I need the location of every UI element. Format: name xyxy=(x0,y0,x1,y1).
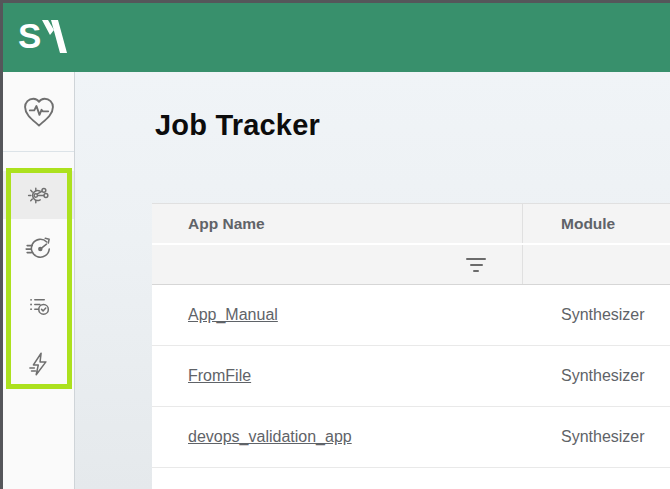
jobs-table: App Name Module App_Manual Synthesizer xyxy=(152,203,670,489)
app-link[interactable]: devops_validation_app xyxy=(188,428,352,446)
logo-letter: S xyxy=(18,18,40,54)
app-link[interactable]: App_Manual xyxy=(188,306,278,324)
column-header-app-name[interactable]: App Name xyxy=(152,204,523,243)
sidebar-item-performance[interactable] xyxy=(3,221,74,275)
sidebar-item-job-tracker[interactable] xyxy=(3,279,74,333)
heart-pulse-icon xyxy=(20,93,58,131)
table-row: devops_validation_app Synthesizer xyxy=(152,407,670,468)
table-row: FromFile Synthesizer xyxy=(152,346,670,407)
logo-slash-mark-icon xyxy=(42,20,67,57)
table-row: App_Manual Synthesizer xyxy=(152,285,670,346)
main-content: Job Tracker App Name Module App_Manual xyxy=(75,72,670,489)
app-header: S xyxy=(3,3,670,72)
table-filter-row xyxy=(152,245,670,285)
sidebar-item-health[interactable] xyxy=(3,72,74,152)
table-header-row: App Name Module xyxy=(152,204,670,245)
page-title: Job Tracker xyxy=(155,108,320,142)
app-window: S xyxy=(0,0,670,489)
app-name-filter-cell[interactable] xyxy=(152,245,523,284)
hamburger-menu-icon[interactable] xyxy=(97,34,101,42)
brand-logo: S xyxy=(18,18,67,57)
module-cell: Synthesizer xyxy=(523,346,670,406)
module-cell: Synthesizer xyxy=(523,285,670,345)
gauge-speed-icon xyxy=(24,234,53,263)
lightning-bolt-icon xyxy=(25,350,53,378)
gear-network-icon xyxy=(25,182,52,209)
task-list-status-icon xyxy=(25,292,53,320)
app-name-cell: devops_validation_app xyxy=(152,407,523,467)
app-link[interactable]: FromFile xyxy=(188,367,251,385)
module-cell: Synthesizer xyxy=(523,407,670,467)
app-name-cell: FromFile xyxy=(152,346,523,406)
module-filter-cell[interactable] xyxy=(523,245,670,284)
filter-icon[interactable] xyxy=(466,256,486,274)
sidebar-nav xyxy=(3,72,75,489)
sidebar-item-quick-actions[interactable] xyxy=(3,337,74,391)
column-header-module[interactable]: Module xyxy=(523,204,670,243)
app-name-cell: App_Manual xyxy=(152,285,523,345)
sidebar-item-pipelines[interactable] xyxy=(3,171,74,219)
